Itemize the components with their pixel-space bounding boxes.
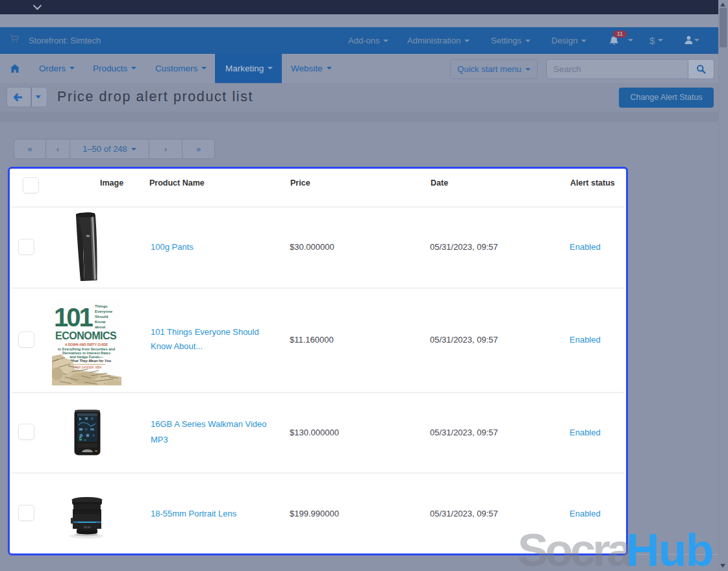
svg-text:18-55: 18-55 — [84, 526, 91, 529]
svg-text:Know: Know — [95, 320, 106, 324]
svg-text:A DOWN AND DIRTY GUIDE: A DOWN AND DIRTY GUIDE — [65, 343, 108, 346]
svg-text:101: 101 — [54, 303, 93, 332]
svg-text:ECONOMICS: ECONOMICS — [55, 330, 117, 341]
svg-text:about: about — [95, 325, 105, 329]
svg-text:Everyone: Everyone — [95, 310, 113, 313]
svg-text:Should: Should — [95, 315, 108, 319]
svg-text:Things: Things — [95, 304, 108, 308]
